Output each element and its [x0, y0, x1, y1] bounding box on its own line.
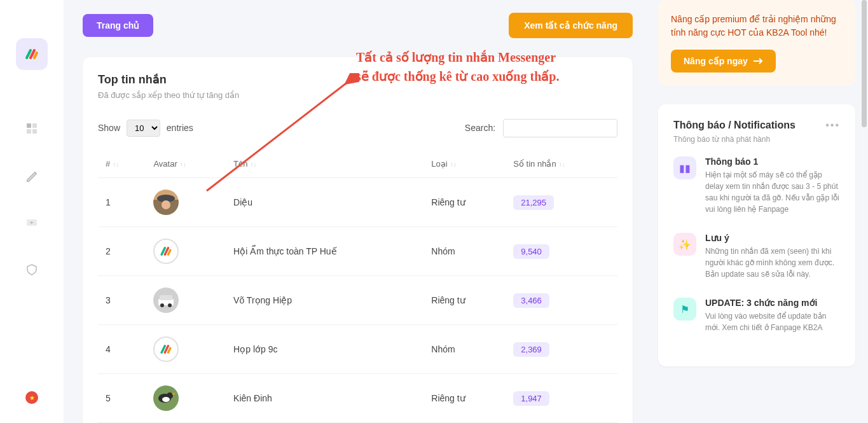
play-icon[interactable]	[24, 215, 39, 230]
row-avatar	[146, 227, 226, 276]
grid-icon[interactable]	[24, 121, 39, 136]
svg-point-14	[162, 397, 170, 402]
row-avatar	[146, 374, 226, 423]
row-count: 9,540	[506, 227, 617, 276]
notification-item-text: Vui lòng vào website để update bản mới. …	[705, 310, 840, 333]
notification-item[interactable]: ⚑ UPDATE: 3 chức năng mới Vui lòng vào w…	[673, 298, 840, 333]
row-type: Riêng tư	[424, 374, 506, 423]
row-index: 4	[98, 325, 146, 374]
row-count: 1,947	[506, 374, 617, 423]
table-row: 4 Họp lớp 9c Nhóm 2,369	[98, 325, 617, 374]
notification-item[interactable]: ▮▮ Thông báo 1 Hiện tại một số máy sẽ có…	[673, 156, 840, 215]
home-button[interactable]: Trang chủ	[83, 14, 153, 37]
search-control: Search:	[465, 119, 617, 137]
table-row: 2 Hội Ẩm thực toàn TP Huế Nhóm 9,540	[98, 227, 617, 276]
row-avatar	[146, 178, 226, 227]
show-entries-control: Show 10 entries	[98, 120, 193, 137]
notification-item-text: Hiện tại một số máy sẽ có thể gặp delay …	[705, 169, 840, 215]
card-title: Top tin nhắn	[98, 73, 617, 87]
row-avatar	[146, 325, 226, 374]
notification-item-title: Thông báo 1	[705, 156, 840, 167]
language-flag-icon[interactable]	[25, 391, 38, 404]
svg-point-11	[168, 303, 172, 307]
row-count: 21,295	[506, 178, 617, 227]
row-index: 3	[98, 276, 146, 325]
notification-item-title: UPDATE: 3 chức năng mới	[705, 298, 840, 308]
notification-item-title: Lưu ý	[705, 233, 840, 243]
scrollbar[interactable]	[862, 0, 867, 127]
card-subtitle: Đã được sắp xếp theo thứ tự tăng dần	[98, 90, 617, 100]
premium-text: Nâng cấp premium để trải nghiệm những tí…	[671, 13, 843, 39]
svg-rect-0	[27, 123, 31, 128]
row-name: Kiên Đinh	[226, 374, 424, 423]
row-index: 5	[98, 374, 146, 423]
svg-point-7	[162, 200, 170, 209]
shield-icon[interactable]	[24, 262, 39, 277]
notifications-subtitle: Thông báo từ nhà phát hành	[673, 135, 840, 144]
col-type[interactable]: Loại↑↓	[424, 150, 506, 178]
row-name: Hội Ẩm thực toàn TP Huế	[226, 227, 424, 276]
row-type: Riêng tư	[424, 276, 506, 325]
table-row: 3 Võ Trọng Hiệp Riêng tư 3,466	[98, 276, 617, 325]
col-index[interactable]: #↑↓	[98, 150, 146, 178]
notification-item-text: Những tin nhắn đã xem (seen) thì khi ngư…	[705, 246, 840, 280]
search-input[interactable]	[503, 119, 617, 137]
notification-item[interactable]: ✨ Lưu ý Những tin nhắn đã xem (seen) thì…	[673, 233, 840, 280]
notification-icon: ▮▮	[673, 156, 696, 179]
notifications-title: Thông báo / Notifications	[673, 120, 796, 131]
app-logo[interactable]	[16, 38, 48, 70]
col-avatar[interactable]: Avatar↑↓	[146, 150, 226, 178]
col-name[interactable]: Tên↑↓	[226, 150, 424, 178]
svg-point-10	[160, 303, 164, 307]
row-name: Diệu	[226, 178, 424, 227]
entries-select[interactable]: 10	[127, 120, 160, 137]
col-count[interactable]: Số tin nhắn↑↓	[506, 150, 617, 178]
row-avatar	[146, 276, 226, 325]
row-count: 3,466	[506, 276, 617, 325]
table-row: 5 Kiên Đinh Riêng tư 1,947	[98, 374, 617, 423]
row-count: 2,369	[506, 325, 617, 374]
row-type: Riêng tư	[424, 178, 506, 227]
svg-rect-2	[27, 129, 31, 134]
view-all-features-button[interactable]: Xem tất cả chức năng	[509, 13, 633, 38]
row-type: Nhóm	[424, 325, 506, 374]
notification-icon: ⚑	[673, 298, 696, 321]
svg-rect-9	[160, 295, 172, 300]
row-type: Nhóm	[424, 227, 506, 276]
notification-icon: ✨	[673, 233, 696, 256]
svg-rect-3	[32, 129, 37, 134]
upgrade-button[interactable]: Nâng cấp ngay	[671, 50, 776, 73]
pencil-icon[interactable]	[24, 168, 39, 183]
row-name: Họp lớp 9c	[226, 325, 424, 374]
row-index: 1	[98, 178, 146, 227]
svg-rect-1	[32, 123, 37, 128]
table-row: 1 Diệu Riêng tư 21,295	[98, 178, 617, 227]
row-index: 2	[98, 227, 146, 276]
row-name: Võ Trọng Hiệp	[226, 276, 424, 325]
more-icon[interactable]: •••	[825, 120, 840, 131]
